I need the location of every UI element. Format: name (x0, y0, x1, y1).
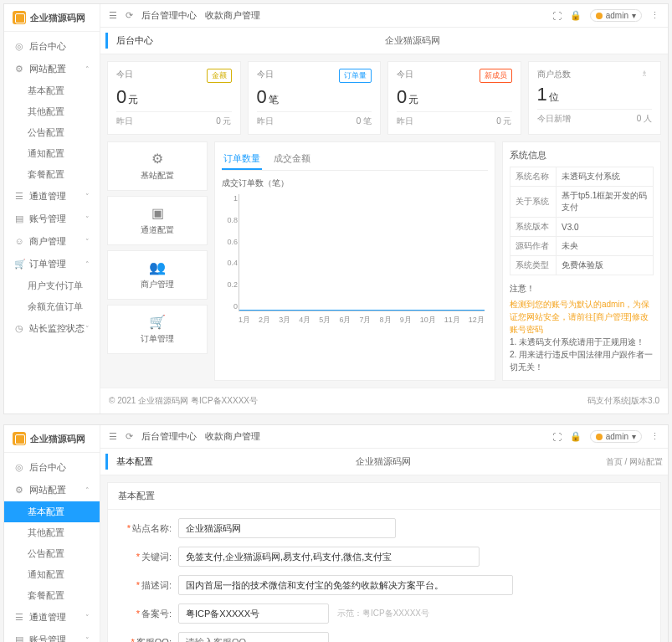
sysinfo-table: 系统名称未透码支付系统关于系统基于tp5.1框架开发的码支付系统版本V3.0源码… (510, 167, 654, 275)
input-qq[interactable] (178, 632, 329, 642)
input-description[interactable] (178, 575, 513, 595)
nav-channel[interactable]: ☰通道管理˅ (4, 185, 100, 208)
sysinfo-val: 免费体验版 (557, 256, 654, 275)
breadcrumb-2[interactable]: 收款商户管理 (205, 9, 260, 22)
nav-user-pay-orders[interactable]: 用户支付订单 (4, 275, 100, 296)
stat-value: 0笔 (257, 86, 372, 108)
refresh-icon[interactable]: ⟳ (126, 10, 133, 21)
quick-icon: 👥 (113, 259, 202, 275)
lock-icon[interactable]: 🔒 (570, 431, 582, 442)
input-icp[interactable] (178, 603, 329, 624)
stat-tag: ♗ (637, 69, 652, 80)
menu-toggle-icon[interactable]: ☰ (109, 431, 117, 442)
gear-icon: ⚙ (14, 485, 24, 496)
sidebar: 企业猫源码网 ◎后台中心 ⚙网站配置˄ 基本配置 其他配置 公告配置 通知配置 … (4, 4, 100, 413)
nav-announce-config[interactable]: 公告配置 (4, 543, 100, 564)
nav-channel[interactable]: ☰通道管理˅ (4, 606, 100, 629)
quick-link[interactable]: ⚙基站配置 (107, 141, 208, 191)
nav-order[interactable]: 🛒订单管理˄ (4, 253, 100, 275)
tab-bar: 后台中心 企业猫源码网 (100, 28, 668, 54)
quick-label: 基站配置 (141, 171, 174, 180)
brand-text: 企业猫源码网 (30, 433, 85, 445)
home-icon: ◎ (14, 462, 24, 473)
sysinfo-key: 系统类型 (510, 256, 557, 275)
nav-home[interactable]: ◎后台中心 (4, 35, 100, 58)
dashboard-content: 今日金额 0元 昨日0 元今日订单量 0笔 昨日0 笔今日新成员 0元 昨日0 … (100, 54, 668, 388)
quick-link[interactable]: ▣通道配置 (107, 196, 208, 245)
topbar: ☰ ⟳ 后台管理中心 收款商户管理 ⛶ 🔒 admin▾ ⋮ (100, 425, 668, 449)
fullscreen-icon[interactable]: ⛶ (552, 432, 562, 442)
app-dashboard: 企业猫源码网 ◎后台中心 ⚙网站配置˄ 基本配置 其他配置 公告配置 通知配置 … (3, 3, 669, 414)
config-form: *站点名称: *关键词: *描述词: *备案号: 示范：粤ICP备X (108, 510, 660, 642)
stat-head-label: 商户总数 (537, 69, 571, 80)
refresh-icon[interactable]: ⟳ (126, 431, 133, 442)
nav-monitor[interactable]: ◷站长监控状态˅ (4, 317, 100, 340)
chart-title: 成交订单数（笔） (222, 177, 488, 189)
footer-right: 码支付系统|版本3.0 (587, 395, 660, 407)
menu-toggle-icon[interactable]: ☰ (109, 10, 117, 21)
nav-notify-config[interactable]: 通知配置 (4, 143, 100, 164)
nav-recharge-orders[interactable]: 余额充值订单 (4, 296, 100, 317)
user-menu[interactable]: admin▾ (590, 430, 642, 443)
notice-warning: 检测到您的账号为默认的admin，为保证您网站安全，请前往[商户管理]修改账号密… (510, 298, 654, 336)
user-menu[interactable]: admin▾ (590, 9, 642, 22)
list-icon: ▤ (14, 634, 24, 642)
nav-basic-config[interactable]: 基本配置 (4, 501, 100, 522)
breadcrumb-1[interactable]: 后台管理中心 (141, 430, 197, 443)
input-site-name[interactable] (178, 518, 396, 538)
tab-home[interactable]: 后台中心 (105, 33, 162, 49)
more-icon[interactable]: ⋮ (650, 10, 659, 21)
nav-account[interactable]: ▤账号管理˅ (4, 208, 100, 230)
lock-icon[interactable]: 🔒 (570, 10, 582, 21)
nav: ◎后台中心 ⚙网站配置˄ 基本配置 其他配置 公告配置 通知配置 套餐配置 ☰通… (4, 32, 100, 343)
quick-link[interactable]: 🛒订单管理 (107, 305, 208, 354)
nav-package-config[interactable]: 套餐配置 (4, 585, 100, 606)
footer: © 2021 企业猫源码网 粤ICP备XXXXX号 码支付系统|版本3.0 (100, 388, 668, 413)
breadcrumb-1[interactable]: 后台管理中心 (141, 9, 197, 22)
stat-card: 今日订单量 0笔 昨日0 笔 (248, 61, 382, 135)
sysinfo-key: 源码作者 (510, 237, 557, 256)
nav-package-config[interactable]: 套餐配置 (4, 164, 100, 185)
chevron-down-icon: ˅ (85, 193, 90, 201)
nav-site-config[interactable]: ⚙网站配置˄ (4, 58, 100, 80)
breadcrumb-2[interactable]: 收款商户管理 (205, 430, 260, 443)
notice-line-2: 2. 用来进行违反中国法律用户跟作者一切无关！ (510, 348, 654, 373)
nav-other-config[interactable]: 其他配置 (4, 101, 100, 122)
nav-notify-config[interactable]: 通知配置 (4, 564, 100, 585)
tab-order-count[interactable]: 订单数量 (222, 149, 262, 170)
quick-icon: ⚙ (113, 151, 202, 167)
config-panel: 基本配置 *站点名称: *关键词: *描述词: *备案 (107, 482, 661, 642)
input-keywords[interactable] (178, 547, 480, 567)
chevron-down-icon: ˅ (85, 238, 90, 246)
stat-foot-value: 0 笔 (357, 116, 372, 127)
label-icp: *备案号: (120, 608, 178, 620)
stat-foot-label: 昨日 (257, 116, 274, 127)
fullscreen-icon[interactable]: ⛶ (552, 11, 562, 21)
stat-card: 今日金额 0元 昨日0 元 (107, 61, 241, 135)
sysinfo-key: 关于系统 (510, 187, 557, 218)
breadcrumb-path: 首页 / 网站配置 (606, 456, 663, 468)
nav-merchant[interactable]: ☺商户管理˅ (4, 230, 100, 253)
nav-basic-config[interactable]: 基本配置 (4, 80, 100, 101)
tab-basic-config[interactable]: 基本配置 (105, 454, 162, 470)
chart-series-line (239, 310, 485, 311)
main: ☰ ⟳ 后台管理中心 收款商户管理 ⛶ 🔒 admin▾ ⋮ 基本配置 企业猫源… (100, 425, 668, 642)
nav-account[interactable]: ▤账号管理˅ (4, 629, 100, 642)
sysinfo-title: 系统信息 (510, 149, 654, 162)
sysinfo-key: 系统名称 (510, 167, 557, 187)
tab-deal-amount[interactable]: 成交金额 (272, 149, 312, 170)
nav-site-config[interactable]: ⚙网站配置˄ (4, 479, 100, 501)
quick-label: 通道配置 (141, 225, 174, 234)
quick-link[interactable]: 👥商户管理 (107, 250, 208, 300)
nav-announce-config[interactable]: 公告配置 (4, 122, 100, 143)
chart-plot: 10.80.60.40.20 (239, 194, 485, 311)
avatar-icon (596, 434, 603, 440)
nav-home[interactable]: ◎后台中心 (4, 456, 100, 479)
label-keywords: *关键词: (120, 551, 178, 563)
monitor-icon: ◷ (14, 323, 24, 334)
nav-other-config[interactable]: 其他配置 (4, 522, 100, 543)
table-row: 系统名称未透码支付系统 (510, 167, 654, 187)
label-qq: *客服QQ: (120, 636, 178, 643)
sidebar: 企业猫源码网 ◎后台中心 ⚙网站配置˄ 基本配置 其他配置 公告配置 通知配置 … (4, 425, 100, 642)
more-icon[interactable]: ⋮ (650, 431, 659, 442)
